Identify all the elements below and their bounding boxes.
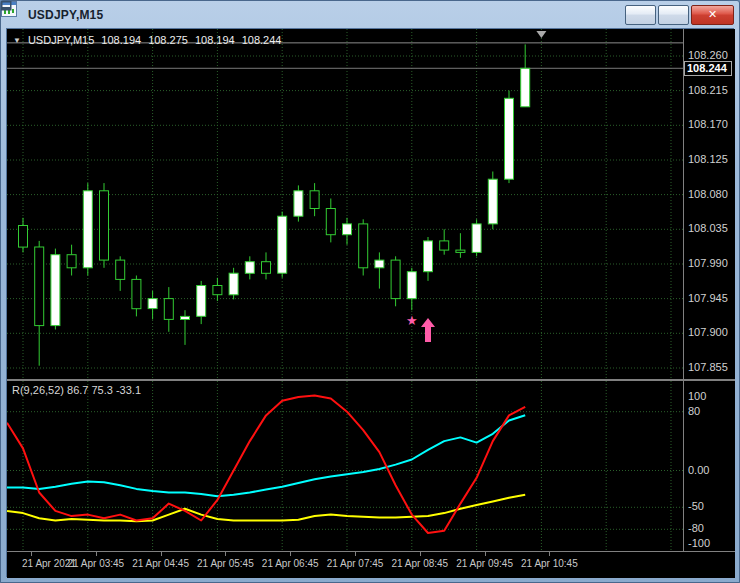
price-scale[interactable]: 108.260108.215108.170108.125108.080108.0… [683,29,735,379]
candle-body [456,250,465,252]
indicator-line-yellow [7,495,525,521]
candle-body [83,191,92,268]
price-axis-label: 107.945 [688,292,728,305]
time-axis-tick [31,552,32,556]
price-axis-label: 108.170 [688,118,728,131]
minimize-button[interactable] [625,5,656,25]
candle-body [326,209,335,235]
candle-body [213,286,222,295]
candle-body [359,224,368,268]
ohlc-high: 108.275 [148,34,188,46]
signal-star-icon: ★ [406,313,418,328]
time-axis-label: 21 Apr 10:45 [509,558,589,569]
candle-body [262,262,271,274]
indicator-scale[interactable]: 100800.00-50-80-100 [683,381,735,551]
candle-body [132,279,141,308]
price-axis-label: 108.125 [688,153,728,166]
price-axis-label: 108.080 [688,188,728,201]
candle-body [229,273,238,295]
maximize-icon [1,1,12,11]
candle-body [116,260,125,279]
close-icon: ✕ [708,9,717,20]
chart-shift-marker-icon [536,31,546,38]
candle-body [67,255,76,268]
candle-body [278,216,287,273]
indicator-pane: R(9,26,52) 86.7 75.3 -33.1 100800.00-50-… [7,381,735,551]
indicator-line-cyan [7,415,525,496]
time-axis-tick [485,552,486,556]
time-axis-tick [161,552,162,556]
candle-body [391,260,400,299]
price-axis-label: 108.215 [688,84,728,97]
ohlc-close: 108.244 [242,34,282,46]
indicator-label: R(9,26,52) 86.7 75.3 -33.1 [12,384,141,396]
ohlc-symbol: USDJPY,M15 [28,34,94,46]
window-controls: ✕ [623,5,734,25]
ohlc-open: 108.194 [101,34,141,46]
window-titlebar[interactable]: USDJPY,M15 ✕ [1,1,739,28]
candle-body [19,226,28,248]
time-axis-tick [355,552,356,556]
indicator-axis-label: -50 [688,500,704,513]
time-axis-tick [290,552,291,556]
candle-body [343,224,352,235]
price-axis-label: 107.990 [688,257,728,270]
chart-area: ★ ▼ USDJPY,M15 108.194 108.275 108.194 1… [7,29,733,576]
candle-body [505,98,514,179]
indicator-axis-label: 100 [688,390,706,403]
candle-body [51,255,60,326]
indicator-axis-label: -100 [688,537,710,550]
candle-body [407,272,416,299]
price-axis-label: 107.855 [688,361,728,374]
indicator-axis-label: -80 [688,522,704,535]
candle-body [35,247,44,326]
time-axis-tick [549,552,550,556]
indicator-axis-label: 80 [688,405,700,418]
window-title: USDJPY,M15 [28,8,103,22]
candle-body [294,191,303,216]
ohlc-low: 108.194 [195,34,235,46]
ohlc-header: ▼ USDJPY,M15 108.194 108.275 108.194 108… [13,34,281,46]
time-axis-tick [420,552,421,556]
candle-body [100,191,109,260]
candle-body [197,286,206,317]
candle-body [521,68,530,107]
time-axis-tick [96,552,97,556]
price-pane: ★ ▼ USDJPY,M15 108.194 108.275 108.194 1… [7,29,735,379]
time-axis-tick [225,552,226,556]
indicator-chart[interactable] [7,381,683,551]
candle-body [245,262,254,274]
price-axis-label: 108.260 [688,49,728,62]
close-button[interactable]: ✕ [691,5,734,25]
candle-body [310,191,319,209]
candle-body [164,299,173,320]
time-axis[interactable]: 21 Apr 202121 Apr 03:4521 Apr 04:4521 Ap… [7,552,735,578]
quick-trade-expander-icon[interactable]: ▼ [13,36,21,45]
mt4-chart-window: USDJPY,M15 ✕ ★ ▼ USDJPY,M15 108.194 108.… [0,0,740,583]
price-axis-label: 108.035 [688,222,728,235]
candle-body [488,179,497,224]
candle-body [181,316,190,319]
candle-body [472,224,481,253]
candlestick-chart[interactable]: ★ [7,29,683,379]
maximize-button[interactable] [658,5,689,25]
indicator-axis-label: 0.00 [688,464,709,477]
candle-body [148,299,157,309]
candle-body [375,260,384,268]
candle-body [424,241,433,272]
candle-body [440,241,449,250]
buy-signal-up-arrow-icon [421,318,435,342]
current-price-tag: 108.244 [684,61,732,76]
price-axis-label: 107.900 [688,326,728,339]
